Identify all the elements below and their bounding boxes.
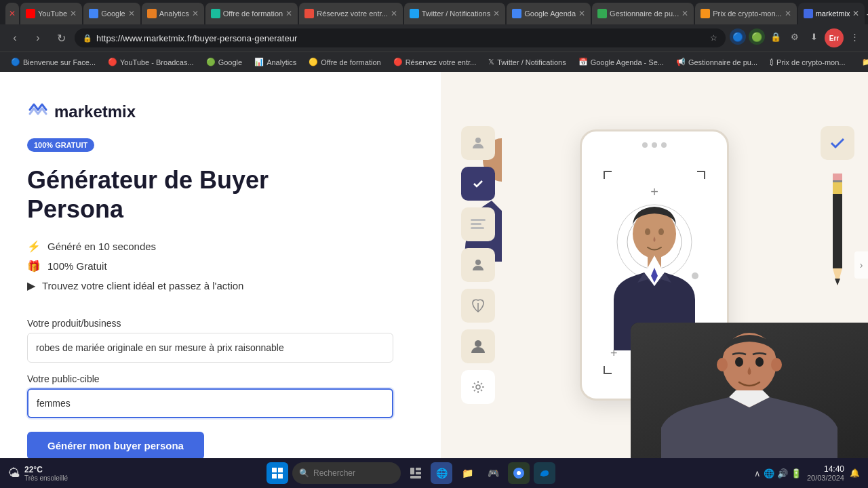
- browser-taskbar[interactable]: 🌐: [431, 462, 452, 484]
- bookmark-analytics[interactable]: 📊 Analytics: [249, 56, 302, 68]
- svg-rect-27: [272, 468, 277, 472]
- weather-description: Très ensoleillé: [24, 474, 68, 482]
- plus-icon-top: +: [650, 184, 658, 200]
- forward-button[interactable]: ›: [28, 28, 47, 47]
- product-form-group: Votre produit/business: [27, 318, 414, 363]
- chevron-right-icon[interactable]: ›: [854, 251, 868, 279]
- extension-icon-4[interactable]: ⚙: [787, 28, 803, 45]
- sound-icon[interactable]: 🔊: [777, 468, 788, 479]
- bookmark-folder-all[interactable]: 📁 Tous les favoris ▾: [856, 56, 868, 68]
- audience-input[interactable]: [27, 388, 393, 418]
- svg-marker-18: [835, 279, 840, 285]
- bookmark-label: Prix de crypto-mon...: [776, 58, 845, 66]
- tab-close[interactable]: ✕: [285, 9, 292, 18]
- bookmark-google[interactable]: 🟢 Google: [201, 56, 248, 68]
- tab-item[interactable]: Google ✕: [83, 3, 140, 24]
- tab-close[interactable]: ✕: [785, 9, 791, 18]
- lightning-icon: ⚡: [27, 240, 41, 253]
- refresh-button[interactable]: ↻: [52, 28, 71, 47]
- bookmark-reservation[interactable]: 🔴 Réservez votre entr...: [388, 56, 482, 68]
- tab-close[interactable]: ✕: [391, 9, 397, 18]
- generate-button[interactable]: Générer mon buyer persona: [27, 432, 204, 458]
- svg-rect-20: [833, 180, 842, 182]
- browser-window: ✕ YouTube ✕ Google ✕ Analytics ✕ Offre d…: [0, 0, 868, 488]
- tab-close[interactable]: ✕: [852, 9, 859, 18]
- tab-item[interactable]: ✕: [5, 3, 19, 24]
- corner-tl: [604, 171, 612, 179]
- bookmark-youtube[interactable]: 🔴 YouTube - Broadcas...: [102, 56, 199, 68]
- nav-icons: 🔵 🟢 🔒 ⚙ ⬇ Err ⋮: [730, 28, 863, 47]
- lock-icon: 🔒: [83, 34, 92, 43]
- dot: [661, 142, 667, 148]
- bookmark-twitter[interactable]: 𝕏 Twitter / Notifications: [483, 56, 571, 68]
- task-view-button[interactable]: [405, 462, 427, 484]
- page-title: Générateur de BuyerPersona: [27, 165, 269, 224]
- battery-icon[interactable]: 🔋: [791, 468, 802, 479]
- url-text: https://www.marketmix.fr/buyer-persona-g…: [96, 33, 706, 43]
- chevron-up-icon[interactable]: ∧: [754, 468, 761, 479]
- tab-label: Analytics: [159, 9, 189, 18]
- tab-item[interactable]: Google Agenda ✕: [507, 3, 591, 24]
- bookmark-gestionnaire[interactable]: 📢 Gestionnaire de pu...: [671, 56, 763, 68]
- taskbar-center: 🔍 Rechercher 🌐 📁 🎮: [73, 462, 749, 484]
- bookmark-label: Réservez votre entr...: [406, 58, 477, 66]
- tab-close[interactable]: ✕: [682, 9, 688, 18]
- tab-item[interactable]: Réservez votre entr... ✕: [299, 3, 403, 24]
- bookmark-crypto[interactable]: ₿ Prix de crypto-mon...: [764, 56, 850, 68]
- extension-icon-2[interactable]: 🟢: [749, 28, 765, 45]
- network-icon[interactable]: 🌐: [764, 468, 774, 479]
- back-button[interactable]: ‹: [5, 28, 24, 47]
- filemanager-taskbar[interactable]: 📁: [456, 462, 478, 484]
- temperature: 22°C: [24, 465, 68, 474]
- svg-rect-34: [410, 476, 421, 479]
- star-icon[interactable]: ☆: [710, 33, 717, 43]
- svg-rect-30: [278, 474, 283, 479]
- tab-label: marketmix: [816, 9, 850, 18]
- svg-rect-29: [272, 474, 277, 479]
- steam-taskbar[interactable]: 🎮: [482, 462, 504, 484]
- check-badge: [821, 126, 854, 160]
- menu-icon[interactable]: ⋮: [846, 28, 863, 45]
- address-bar[interactable]: 🔒 https://www.marketmix.fr/buyer-persona…: [75, 28, 726, 47]
- free-badge: 100% GRATUIT: [27, 138, 94, 152]
- product-input[interactable]: [27, 333, 393, 363]
- notification-icon[interactable]: 🔔: [850, 468, 860, 478]
- feature-item: ▶ Trouvez votre client idéal et passez à…: [27, 279, 243, 292]
- clock[interactable]: 14:40 20/03/2024: [807, 464, 844, 482]
- edge-taskbar[interactable]: [534, 462, 555, 484]
- tab-item[interactable]: Prix de crypto-mon... ✕: [695, 3, 796, 24]
- tab-close[interactable]: ✕: [192, 9, 199, 18]
- feature-item: ⚡ Généré en 10 secondes: [27, 240, 243, 253]
- bookmark-label: Bienvenue sur Face...: [23, 58, 96, 66]
- main-content: marketmix 100% GRATUIT Générateur de Buy…: [0, 72, 868, 458]
- logo-text: marketmix: [54, 102, 136, 121]
- bookmark-facebook[interactable]: 🔵 Bienvenue sur Face...: [5, 56, 101, 68]
- tab-close[interactable]: ✕: [128, 9, 135, 18]
- bookmark-agenda[interactable]: 📅 Google Agenda - Se...: [573, 56, 669, 68]
- person3-icon: [461, 329, 495, 363]
- product-label: Votre produit/business: [27, 318, 414, 329]
- tab-label: YouTube: [38, 9, 67, 18]
- download-icon[interactable]: ⬇: [806, 28, 822, 45]
- taskbar: 🌤 22°C Très ensoleillé 🔍 Rech: [0, 458, 868, 488]
- profile-button[interactable]: Err: [825, 28, 844, 47]
- tab-close[interactable]: ✕: [578, 9, 585, 18]
- svg-point-6: [475, 340, 481, 347]
- tab-item[interactable]: Analytics ✕: [142, 3, 204, 24]
- tab-item[interactable]: YouTube ✕: [20, 3, 82, 24]
- extension-icon-3[interactable]: 🔒: [768, 28, 784, 45]
- extension-icon[interactable]: 🔵: [730, 28, 746, 45]
- search-taskbar[interactable]: 🔍 Rechercher: [292, 462, 401, 484]
- tab-active[interactable]: marketmix ✕: [798, 3, 865, 24]
- tab-close[interactable]: ✕: [493, 9, 500, 18]
- bookmark-label: Gestionnaire de pu...: [688, 58, 757, 66]
- start-button[interactable]: [267, 462, 288, 484]
- svg-rect-3: [471, 227, 484, 229]
- search-icon: 🔍: [299, 468, 309, 478]
- tab-item[interactable]: Gestionnaire de pu... ✕: [592, 3, 694, 24]
- tab-item[interactable]: Offre de formation ✕: [205, 3, 298, 24]
- tab-item[interactable]: Twitter / Notifications ✕: [404, 3, 505, 24]
- bookmark-formation[interactable]: 🟡 Offre de formation: [303, 56, 386, 68]
- tab-close[interactable]: ✕: [70, 9, 77, 18]
- chrome-taskbar[interactable]: [508, 462, 530, 484]
